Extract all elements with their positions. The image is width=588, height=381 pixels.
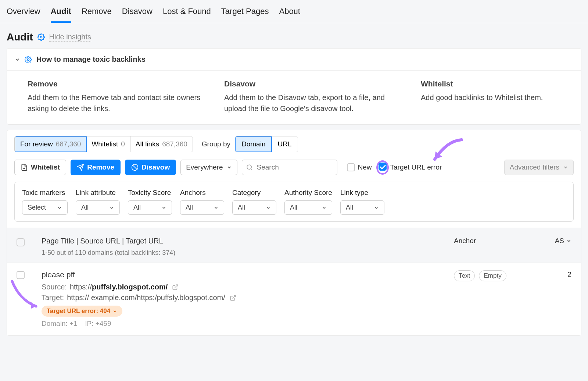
page-title: Audit bbox=[7, 31, 33, 43]
domain-stat: Domain: +1 bbox=[42, 320, 78, 328]
group-by-toggle: Domain URL bbox=[235, 136, 298, 152]
as-cell: 2 bbox=[535, 270, 571, 279]
filter-select[interactable]: Select bbox=[22, 200, 68, 215]
filter-link-attribute: Link attributeAll bbox=[76, 189, 120, 215]
tab-for-review[interactable]: For review687,360 bbox=[14, 136, 87, 152]
select-value: All bbox=[133, 204, 141, 211]
filter-label: Toxicity Score bbox=[128, 189, 172, 197]
scope-select[interactable]: Everywhere bbox=[180, 160, 237, 175]
target-url: Target: https:// example.com/https:/puff… bbox=[42, 293, 454, 302]
page-header: Audit Hide insights bbox=[0, 23, 588, 48]
filter-label: Link type bbox=[340, 189, 384, 197]
url-domain: puffsly.blogspot.com/ bbox=[92, 283, 168, 291]
disavow-button[interactable]: Disavow bbox=[125, 160, 176, 175]
external-link-icon[interactable] bbox=[172, 284, 179, 291]
table-summary: 1-50 out of 110 domains (total backlinks… bbox=[42, 249, 454, 257]
svg-point-6 bbox=[247, 165, 251, 169]
row-checkbox[interactable] bbox=[17, 271, 25, 279]
filter-select[interactable]: All bbox=[284, 200, 332, 215]
filter-select[interactable]: All bbox=[340, 200, 384, 215]
tab-about[interactable]: About bbox=[279, 7, 300, 23]
remove-button[interactable]: Remove bbox=[71, 160, 121, 175]
main-panel: For review687,360 Whitelist0 All links68… bbox=[7, 130, 581, 336]
anchor-pill-text: Text bbox=[454, 270, 475, 281]
filter-label: Category bbox=[232, 189, 276, 197]
insight-desc: Add them to the Remove tab and contact s… bbox=[28, 92, 202, 114]
search-icon bbox=[246, 164, 253, 171]
search-field bbox=[242, 160, 337, 175]
gear-icon bbox=[25, 56, 32, 63]
advanced-filters-button[interactable]: Advanced filters bbox=[504, 160, 574, 175]
insights-panel: How to manage toxic backlinks Remove Add… bbox=[7, 48, 581, 125]
chevron-down-icon bbox=[109, 205, 114, 210]
insights-header[interactable]: How to manage toxic backlinks bbox=[7, 49, 581, 71]
highlight-ring bbox=[378, 162, 387, 173]
select-value: All bbox=[81, 204, 89, 211]
filter-anchors: AnchorsAll bbox=[180, 189, 224, 215]
svg-line-8 bbox=[175, 285, 178, 288]
filter-category: CategoryAll bbox=[232, 189, 276, 215]
table-row: please pff Source: https://puffsly.blogs… bbox=[7, 263, 581, 335]
tab-disavow[interactable]: Disavow bbox=[122, 7, 153, 23]
gear-icon[interactable] bbox=[37, 33, 45, 41]
insights-title: How to manage toxic backlinks bbox=[36, 55, 146, 64]
insight-desc: Add good backlinks to Whitelist them. bbox=[421, 92, 560, 103]
filter-select[interactable]: All bbox=[232, 200, 276, 215]
page-title-cell: please pff bbox=[42, 270, 454, 279]
tab-all-links[interactable]: All links687,360 bbox=[130, 136, 193, 152]
annotation-arrow-icon bbox=[5, 278, 45, 311]
insight-title: Remove bbox=[28, 79, 202, 88]
toolbar: Whitelist Remove Disavow Everywhere New … bbox=[7, 155, 581, 179]
checkbox-label: Target URL error bbox=[390, 163, 442, 171]
url-prefix: https:// bbox=[70, 283, 92, 291]
filter-select[interactable]: All bbox=[128, 200, 172, 215]
select-value: All bbox=[290, 204, 297, 211]
source-url: Source: https://puffsly.blogspot.com/ bbox=[42, 283, 454, 291]
filter-select[interactable]: All bbox=[76, 200, 120, 215]
search-input[interactable] bbox=[242, 160, 337, 175]
nav-tabs: Overview Audit Remove Disavow Lost & Fou… bbox=[0, 0, 588, 23]
send-icon bbox=[77, 164, 84, 171]
svg-point-1 bbox=[28, 58, 29, 60]
tab-remove[interactable]: Remove bbox=[82, 7, 112, 23]
filter-select[interactable]: All bbox=[180, 200, 224, 215]
checkbox-target-url-error[interactable]: Target URL error bbox=[378, 162, 442, 173]
chevron-down-icon bbox=[227, 165, 232, 170]
tab-audit[interactable]: Audit bbox=[51, 7, 71, 23]
filter-toxic-markers: Toxic markersSelect bbox=[22, 189, 68, 215]
select-value: All bbox=[238, 204, 245, 211]
checkbox-new[interactable]: New bbox=[347, 163, 372, 171]
insight-title: Whitelist bbox=[421, 79, 560, 88]
button-label: Remove bbox=[87, 163, 114, 171]
list-filter-tabs: For review687,360 Whitelist0 All links68… bbox=[7, 130, 581, 155]
tab-lost-found[interactable]: Lost & Found bbox=[163, 7, 211, 23]
group-by-url[interactable]: URL bbox=[272, 136, 297, 152]
tab-whitelist[interactable]: Whitelist0 bbox=[86, 136, 130, 152]
tab-label: All links bbox=[136, 140, 159, 148]
whitelist-button[interactable]: Whitelist bbox=[14, 160, 66, 175]
chevron-down-icon bbox=[563, 165, 568, 170]
checkbox-icon bbox=[347, 163, 355, 171]
target-url-error-badge[interactable]: Target URL error: 404 bbox=[42, 306, 122, 317]
tab-overview[interactable]: Overview bbox=[7, 7, 40, 23]
button-label: Advanced filters bbox=[510, 163, 559, 171]
chevron-down-icon bbox=[161, 205, 166, 210]
column-anchor: Anchor bbox=[454, 237, 535, 245]
column-header: Page Title | Source URL | Target URL bbox=[42, 237, 454, 245]
review-tabs: For review687,360 Whitelist0 All links68… bbox=[14, 136, 193, 152]
insight-whitelist: Whitelist Add good backlinks to Whitelis… bbox=[421, 79, 560, 114]
tab-target-pages[interactable]: Target Pages bbox=[221, 7, 269, 23]
group-by-label: Group by bbox=[202, 140, 230, 148]
column-as[interactable]: AS bbox=[535, 237, 571, 245]
chevron-down-icon bbox=[266, 205, 271, 210]
svg-line-5 bbox=[133, 165, 137, 170]
tab-count: 0 bbox=[121, 140, 125, 148]
chevron-down-icon bbox=[214, 205, 219, 210]
insight-remove: Remove Add them to the Remove tab and co… bbox=[28, 79, 202, 114]
group-by-domain[interactable]: Domain bbox=[235, 136, 272, 152]
filters-row: Toxic markersSelect Link attributeAll To… bbox=[14, 182, 574, 222]
hide-insights-link[interactable]: Hide insights bbox=[49, 33, 92, 42]
insight-title: Disavow bbox=[224, 79, 399, 88]
select-all-checkbox[interactable] bbox=[17, 238, 25, 246]
external-link-icon[interactable] bbox=[230, 295, 236, 301]
